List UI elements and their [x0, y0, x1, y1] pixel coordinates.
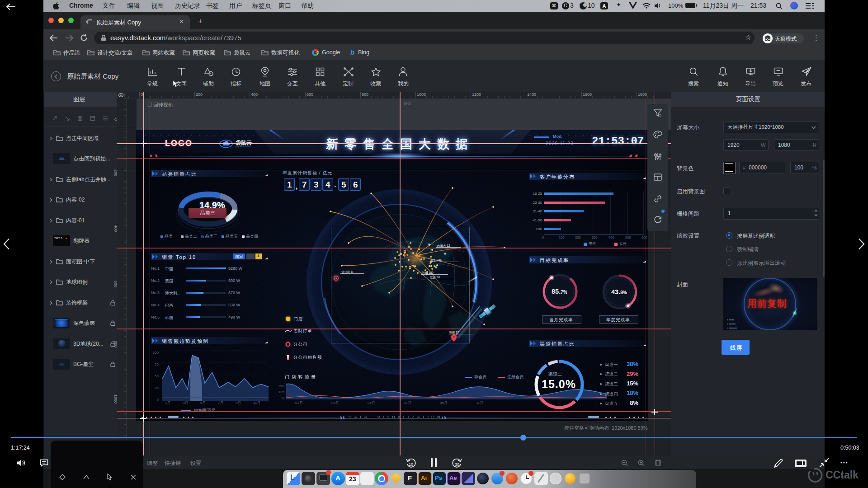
svg-text:30: 30	[455, 462, 459, 467]
svg-text:10: 10	[409, 462, 413, 467]
